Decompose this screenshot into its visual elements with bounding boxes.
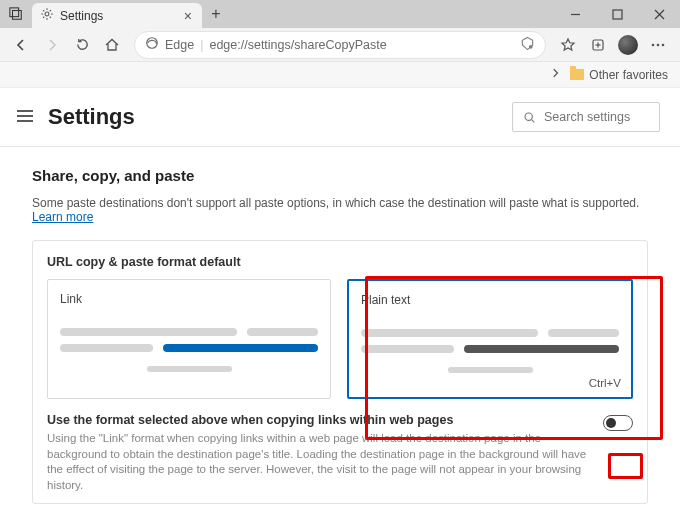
shortcut-label: Ctrl+V [589,377,621,389]
address-bar[interactable]: Edge | edge://settings/shareCopyPaste [134,31,546,59]
minimize-button[interactable] [554,0,596,28]
other-favorites-folder[interactable]: Other favorites [570,68,668,82]
option-title: Plain text [361,293,619,307]
svg-point-7 [147,38,158,49]
edge-logo-icon [145,36,159,53]
favorites-button[interactable] [554,31,582,59]
profile-button[interactable] [614,31,642,59]
svg-line-19 [532,119,535,122]
format-option-link[interactable]: Link [47,279,331,399]
browser-tab[interactable]: Settings × [32,3,202,28]
svg-point-18 [525,113,532,120]
use-format-toggle[interactable] [603,415,633,431]
favorites-overflow-icon[interactable] [550,67,562,82]
app-icon[interactable] [0,0,32,28]
maximize-button[interactable] [596,0,638,28]
page-title: Settings [48,104,135,130]
address-url: edge://settings/shareCopyPaste [209,38,386,52]
svg-rect-0 [10,8,19,17]
section-heading: Share, copy, and paste [32,167,648,184]
home-button[interactable] [98,31,126,59]
option-title: Link [60,292,318,306]
svg-point-12 [652,43,655,46]
collections-button[interactable] [584,31,612,59]
browser-toolbar: Edge | edge://settings/shareCopyPaste [0,28,680,62]
new-tab-button[interactable]: + [202,0,230,28]
back-button[interactable] [8,31,36,59]
svg-point-13 [657,43,660,46]
address-prefix: Edge [165,38,194,52]
search-placeholder: Search settings [544,110,630,124]
svg-point-2 [45,12,49,16]
refresh-button[interactable] [68,31,96,59]
format-default-label: URL copy & paste format default [47,255,633,269]
svg-rect-4 [613,10,622,19]
format-options: Link Plain text Ctrl+V [47,279,633,399]
favorites-bar: Other favorites [0,62,680,88]
close-tab-icon[interactable]: × [184,9,192,23]
titlebar: Settings × + [0,0,680,28]
settings-menu-button[interactable] [16,109,34,126]
folder-icon [570,69,584,80]
gear-icon [40,7,54,24]
forward-button [38,31,66,59]
settings-search-input[interactable]: Search settings [512,102,660,132]
settings-card: URL copy & paste format default Link Pla… [32,240,648,504]
svg-point-8 [529,44,533,48]
learn-more-link[interactable]: Learn more [32,210,93,224]
use-format-desc: Using the "Link" format when copying lin… [47,431,593,493]
more-button[interactable] [644,31,672,59]
format-option-plain-text[interactable]: Plain text Ctrl+V [347,279,633,399]
svg-point-14 [662,43,665,46]
settings-header: Settings Search settings [0,88,680,146]
section-note: Some paste destinations don't support al… [32,196,648,224]
tab-title: Settings [60,9,103,23]
use-format-setting-row: Use the format selected above when copyi… [47,413,633,493]
settings-content: Share, copy, and paste Some paste destin… [0,147,680,504]
window-close-button[interactable] [638,0,680,28]
search-icon [523,111,536,124]
tracking-icon[interactable] [520,36,535,54]
use-format-label: Use the format selected above when copyi… [47,413,593,427]
svg-rect-1 [13,11,22,20]
other-favorites-label: Other favorites [589,68,668,82]
